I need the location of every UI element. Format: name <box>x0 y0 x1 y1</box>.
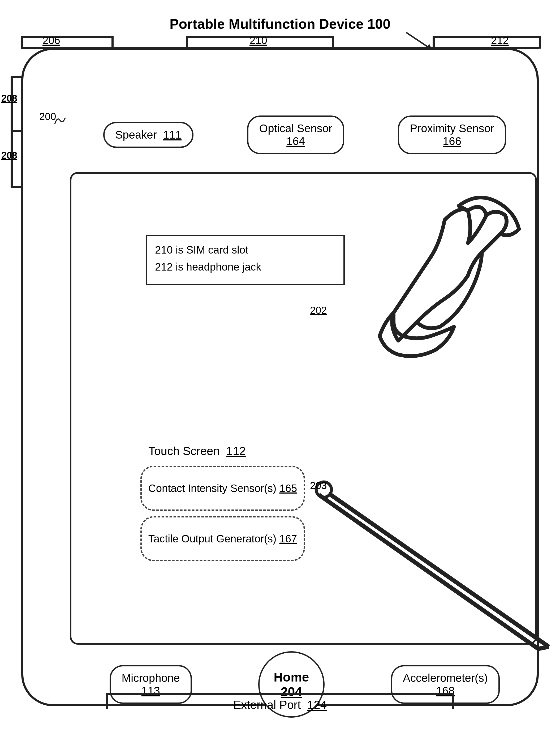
optical-label: Optical Sensor <box>259 122 332 135</box>
ref-200-squiggle <box>52 114 68 127</box>
speaker-box: Speaker 111 <box>103 122 194 148</box>
svg-line-3 <box>329 494 549 647</box>
hand-drawing <box>276 183 560 368</box>
bracket-206-label: 206 <box>43 35 60 47</box>
optical-num: 164 <box>286 135 305 147</box>
optical-sensor-box: Optical Sensor 164 <box>247 116 344 154</box>
microphone-label: Microphone <box>122 672 180 684</box>
bracket-212-label: 212 <box>491 35 509 47</box>
top-sensor-area: Speaker 111 Optical Sensor 164 Proximity… <box>76 108 533 161</box>
svg-line-5 <box>538 647 549 649</box>
proximity-sensor-box: Proximity Sensor 166 <box>398 116 506 154</box>
side-bracket-top-vline <box>11 76 13 133</box>
ref-203-label: 203 <box>310 480 327 491</box>
bottom-bracket-left <box>106 693 108 709</box>
bracket-210-label: 210 <box>250 35 267 47</box>
home-num: 204 <box>281 684 302 699</box>
microphone-box: Microphone 113 <box>110 665 192 704</box>
side-208-bot-label: 208 <box>1 150 17 161</box>
side-208-top-label: 208 <box>1 93 17 104</box>
speaker-num: 111 <box>163 129 182 141</box>
page: Portable Multifunction Device 100 206 21… <box>0 0 560 741</box>
page-title: Portable Multifunction Device 100 <box>169 16 391 32</box>
speaker-label: Speaker <box>115 129 157 141</box>
svg-line-4 <box>319 495 538 649</box>
bottom-bracket-line <box>106 693 454 695</box>
home-label: Home <box>274 670 309 684</box>
bottom-bracket-right <box>452 693 454 709</box>
touchscreen-label: Touch Screen 112 <box>148 445 246 458</box>
accelerometer-label: Accelerometer(s) <box>403 672 488 684</box>
bracket-206-top-line <box>21 36 114 38</box>
stylus-drawing <box>262 464 560 676</box>
device-body: Speaker 111 Optical Sensor 164 Proximity… <box>21 48 539 706</box>
bracket-212-top-line <box>433 36 541 38</box>
external-port-label: External Port 124 <box>233 698 327 712</box>
ref-202-label: 202 <box>310 305 327 316</box>
proximity-label: Proximity Sensor <box>410 122 494 135</box>
accelerometer-box: Accelerometer(s) 168 <box>391 665 500 704</box>
proximity-num: 166 <box>443 135 461 147</box>
bracket-212-right-line <box>539 36 541 49</box>
